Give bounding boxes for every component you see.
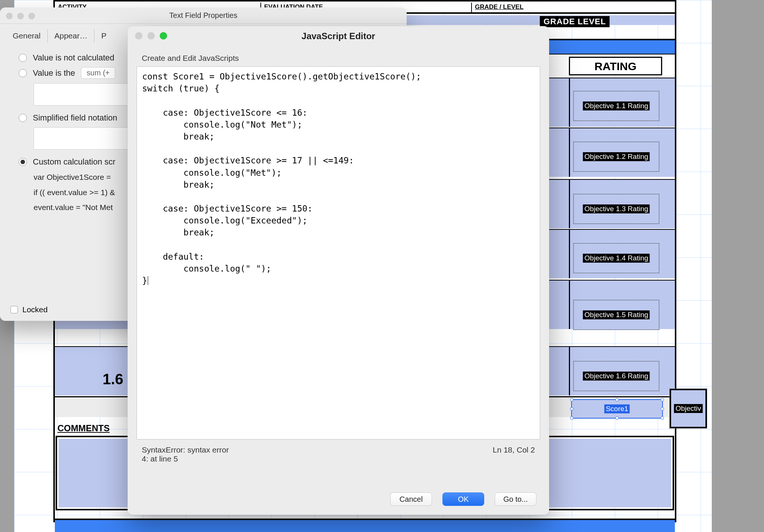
field-label: Objective 1.5 Rating (583, 310, 649, 319)
field-label: Objective 1.6 Rating (583, 372, 649, 381)
header-grade-level: GRADE / LEVEL (472, 3, 675, 12)
field-objective-1-4-rating[interactable]: Objective 1.4 Rating (573, 243, 659, 273)
ok-button[interactable]: OK (442, 492, 484, 506)
js-code-editor[interactable]: const Score1 = Objective1Score().getObje… (137, 66, 540, 439)
field-objective-1-1-rating[interactable]: Objective 1.1 Rating (573, 91, 659, 121)
locked-label: Locked (22, 305, 48, 314)
radio-value-is-label: Value is the (33, 68, 75, 78)
field-objective-1-5-rating[interactable]: Objective 1.5 Rating (573, 300, 659, 330)
field-label: Objectiv (674, 404, 703, 413)
radio-custom-script-label: Custom calculation scr (33, 157, 115, 167)
radio-custom-script[interactable] (19, 158, 27, 166)
window-title: Text Field Properties (0, 11, 407, 20)
section-number-1-6: 1.6 (103, 371, 123, 388)
tab-p[interactable]: P (94, 29, 113, 43)
grade-level-field-label: GRADE LEVEL (540, 16, 610, 27)
js-editor-titlebar[interactable]: JavaScript Editor (128, 26, 549, 46)
javascript-editor-window: JavaScript Editor Create and Edit JavaSc… (128, 26, 549, 515)
field-objective-1-6-rating[interactable]: Objective 1.6 Rating (573, 361, 659, 391)
js-editor-subtitle: Create and Edit JavaScripts (128, 46, 549, 66)
radio-not-calculated[interactable] (19, 54, 27, 62)
cancel-button[interactable]: Cancel (390, 492, 432, 506)
radio-simplified[interactable] (19, 114, 27, 122)
radio-simplified-label: Simplified field notation (33, 113, 117, 123)
field-objective-1-2-rating[interactable]: Objective 1.2 Rating (573, 142, 659, 172)
sum-select[interactable]: sum (+ (81, 67, 115, 79)
js-button-row: Cancel OK Go to... (390, 492, 536, 506)
radio-not-calculated-label: Value is not calculated (33, 53, 115, 63)
js-code-text: const Score1 = Objective1Score().getObje… (142, 72, 421, 285)
comments-header: COMMENTS (57, 423, 110, 434)
js-status-row: SyntaxError: syntax error 4: at line 5 L… (128, 439, 549, 463)
field-label: Objective 1.1 Rating (583, 101, 649, 110)
field-label: Objective 1.3 Rating (583, 204, 649, 213)
tab-general[interactable]: General (6, 29, 48, 43)
field-label: Objective 1.2 Rating (583, 152, 649, 161)
field-objectiv-truncated[interactable]: Objectiv (670, 389, 707, 428)
field-objective-1-3-rating[interactable]: Objective 1.3 Rating (573, 194, 659, 224)
rating-column-header: RATING (569, 57, 662, 75)
locked-checkbox[interactable] (10, 306, 18, 313)
properties-titlebar[interactable]: Text Field Properties (0, 7, 407, 24)
js-editor-title: JavaScript Editor (128, 31, 549, 41)
js-error-text: SyntaxError: syntax error 4: at line 5 (142, 445, 229, 463)
js-cursor-position: Ln 18, Col 2 (493, 445, 535, 463)
goto-button[interactable]: Go to... (495, 492, 536, 506)
field-label: Score1 (604, 404, 630, 413)
field-score1-selected[interactable]: Score1 (571, 399, 663, 419)
field-label: Objective 1.4 Rating (583, 254, 649, 263)
radio-value-is[interactable] (19, 69, 27, 77)
tab-appearance[interactable]: Appear… (48, 29, 95, 43)
locked-row: Locked (10, 305, 48, 314)
